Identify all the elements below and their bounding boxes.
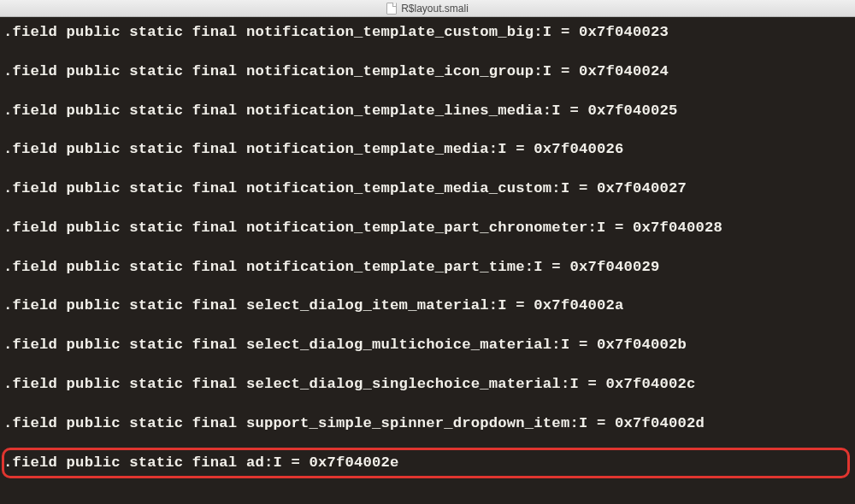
code-line[interactable]: .field public static final select_dialog… — [3, 297, 855, 314]
code-line[interactable]: .field public static final support_simpl… — [3, 415, 855, 432]
file-icon — [386, 3, 397, 15]
code-line[interactable]: .field public static final notification_… — [3, 24, 855, 41]
titlebar[interactable]: R$layout.smali — [0, 0, 855, 17]
code-line[interactable]: .field public static final notification_… — [3, 180, 855, 197]
code-editor[interactable]: .field public static final notification_… — [0, 17, 855, 504]
window-title: R$layout.smali — [401, 3, 469, 15]
code-line[interactable]: .field public static final notification_… — [3, 141, 855, 158]
code-line[interactable]: .field public static final notification_… — [3, 220, 855, 237]
code-line[interactable]: .field public static final notification_… — [3, 63, 855, 80]
window: R$layout.smali .field public static fina… — [0, 0, 855, 504]
code-line[interactable]: .field public static final select_dialog… — [3, 337, 855, 354]
code-line[interactable]: .field public static final ad:I = 0x7f04… — [3, 454, 855, 472]
code-line[interactable]: .field public static final notification_… — [3, 259, 855, 276]
code-line[interactable]: .field public static final select_dialog… — [3, 376, 855, 393]
code-line[interactable]: .field public static final notification_… — [3, 103, 855, 120]
